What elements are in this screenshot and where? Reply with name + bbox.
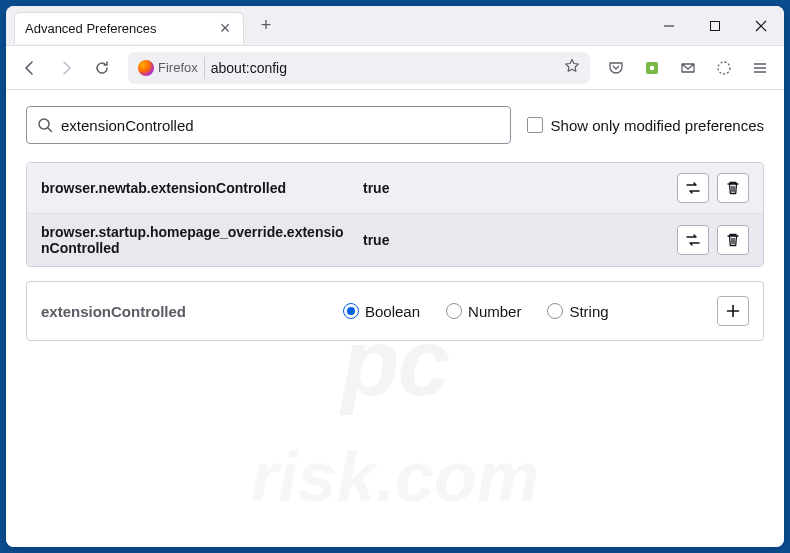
radio-boolean[interactable]: Boolean <box>343 303 420 320</box>
pref-name: browser.newtab.extensionControlled <box>41 180 351 196</box>
svg-point-6 <box>718 62 730 74</box>
menu-button[interactable] <box>744 52 776 84</box>
account-button[interactable] <box>708 52 740 84</box>
radio-icon <box>547 303 563 319</box>
search-row: Show only modified preferences <box>26 106 764 144</box>
delete-button[interactable] <box>717 225 749 255</box>
bookmark-star-icon[interactable] <box>558 58 586 78</box>
new-tab-button[interactable]: + <box>252 12 280 40</box>
add-button[interactable] <box>717 296 749 326</box>
plus-icon <box>725 303 741 319</box>
toggle-button[interactable] <box>677 173 709 203</box>
radio-label: Boolean <box>365 303 420 320</box>
browser-tab[interactable]: Advanced Preferences × <box>14 12 244 44</box>
pref-value: true <box>363 180 665 196</box>
radio-icon <box>446 303 462 319</box>
checkbox-icon <box>527 117 543 133</box>
radio-string[interactable]: String <box>547 303 608 320</box>
search-icon <box>37 117 53 133</box>
identity-box[interactable]: Firefox <box>132 57 205 79</box>
pref-name: browser.startup.homepage_override.extens… <box>41 224 351 256</box>
pref-row: browser.startup.homepage_override.extens… <box>27 214 763 266</box>
close-tab-icon[interactable]: × <box>217 20 233 36</box>
firefox-icon <box>138 60 154 76</box>
tab-title: Advanced Preferences <box>25 21 217 36</box>
extension-button[interactable] <box>636 52 668 84</box>
watermark-sub: risk.com <box>251 437 539 517</box>
toggle-icon <box>685 180 701 196</box>
radio-number[interactable]: Number <box>446 303 521 320</box>
svg-rect-1 <box>711 21 720 30</box>
checkbox-label: Show only modified preferences <box>551 117 764 134</box>
url-input[interactable] <box>211 60 552 76</box>
type-radio-group: Boolean Number String <box>343 303 705 320</box>
svg-point-5 <box>650 65 654 69</box>
titlebar: Advanced Preferences × + <box>6 6 784 46</box>
add-pref-name: extensionControlled <box>41 303 331 320</box>
forward-button[interactable] <box>50 52 82 84</box>
radio-label: Number <box>468 303 521 320</box>
url-bar[interactable]: Firefox <box>128 52 590 84</box>
minimize-button[interactable] <box>646 6 692 46</box>
pref-row: browser.newtab.extensionControlled true <box>27 163 763 214</box>
show-modified-checkbox[interactable]: Show only modified preferences <box>527 117 764 134</box>
close-window-button[interactable] <box>738 6 784 46</box>
window-controls <box>646 6 784 46</box>
toggle-icon <box>685 232 701 248</box>
pocket-button[interactable] <box>600 52 632 84</box>
trash-icon <box>725 180 741 196</box>
page-content: pc risk.com Show only modified preferenc… <box>6 90 784 547</box>
trash-icon <box>725 232 741 248</box>
delete-button[interactable] <box>717 173 749 203</box>
identity-label: Firefox <box>158 60 198 75</box>
add-preference-row: extensionControlled Boolean Number Strin… <box>26 281 764 341</box>
pref-value: true <box>363 232 665 248</box>
svg-line-11 <box>48 128 52 132</box>
browser-window: Advanced Preferences × + <box>6 6 784 547</box>
navigation-toolbar: Firefox <box>6 46 784 90</box>
radio-label: String <box>569 303 608 320</box>
mail-button[interactable] <box>672 52 704 84</box>
maximize-button[interactable] <box>692 6 738 46</box>
reload-button[interactable] <box>86 52 118 84</box>
radio-icon <box>343 303 359 319</box>
preferences-table: browser.newtab.extensionControlled true … <box>26 162 764 267</box>
search-box[interactable] <box>26 106 511 144</box>
back-button[interactable] <box>14 52 46 84</box>
toggle-button[interactable] <box>677 225 709 255</box>
search-input[interactable] <box>61 117 500 134</box>
